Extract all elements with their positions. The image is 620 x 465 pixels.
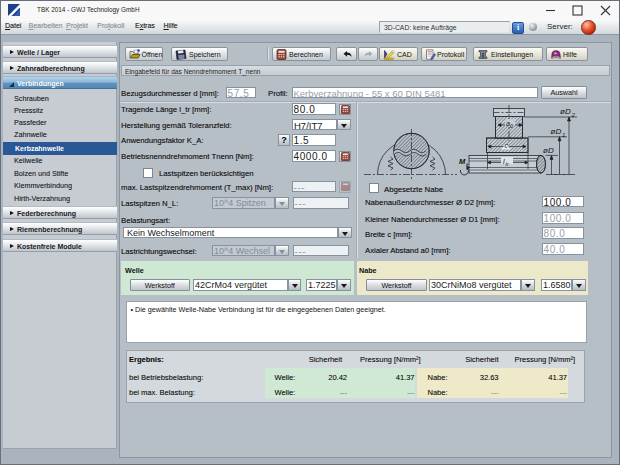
svg-text:1: 1 [562,132,565,138]
svg-text:tr: tr [506,161,509,167]
svg-text:t: t [466,162,469,168]
svg-text:2: 2 [571,112,576,118]
svg-text:c: c [505,142,509,149]
svg-text:M: M [459,157,466,166]
svg-text:øD: øD [543,146,554,155]
svg-text:øD: øD [551,127,562,136]
svg-text:øD: øD [560,107,571,116]
svg-text:0: 0 [510,123,513,129]
